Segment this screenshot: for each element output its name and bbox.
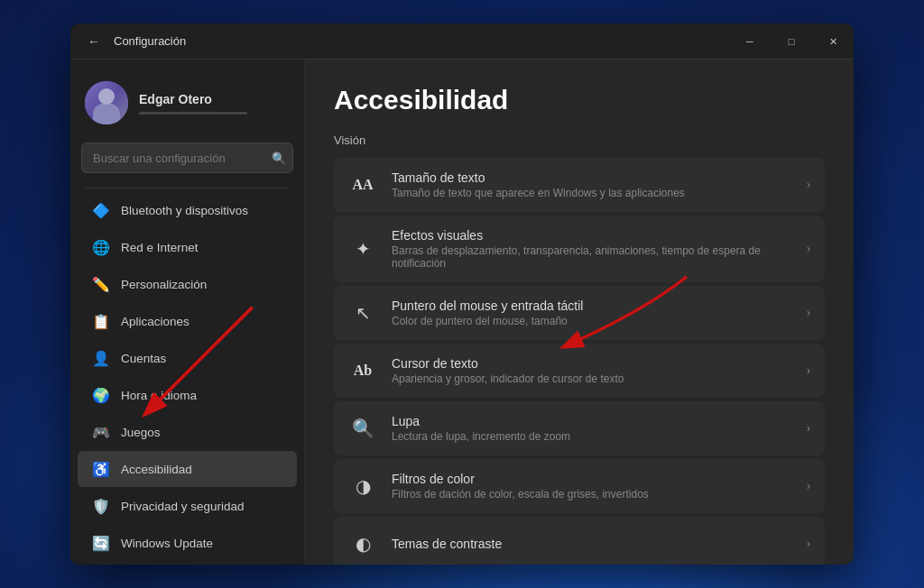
sidebar-item-accesibilidad[interactable]: ♿Accesibilidad <box>78 451 297 487</box>
search-box: 🔍 <box>81 142 293 173</box>
sidebar-item-cuentas[interactable]: 👤Cuentas <box>78 340 297 376</box>
search-icon: 🔍 <box>272 152 286 165</box>
red-icon: 🌐 <box>92 238 110 256</box>
user-bar-decoration <box>139 112 247 115</box>
settings-item-temas-contraste[interactable]: ◐Temas de contraste› <box>334 517 825 565</box>
accesibilidad-icon: ♿ <box>92 460 110 478</box>
sidebar-label-cuentas: Cuentas <box>121 352 166 365</box>
filtros-color-desc: Filtros de dación de color, escala de gr… <box>392 488 792 501</box>
temas-contraste-chevron: › <box>807 537 810 550</box>
sidebar-label-aplicaciones: Aplicaciones <box>121 315 189 328</box>
cuentas-icon: 👤 <box>92 349 110 367</box>
window-title: Configuración <box>114 34 186 48</box>
settings-item-puntero-mouse[interactable]: ↖Puntero del mouse y entrada táctilColor… <box>334 286 825 340</box>
cursor-texto-icon: Ab <box>348 356 377 385</box>
user-info: Edgar Otero <box>139 92 290 115</box>
hora-icon: 🌍 <box>92 386 110 404</box>
nav-items: 🔷Bluetooth y dispositivos🌐Red e Internet… <box>70 192 304 561</box>
lupa-chevron: › <box>807 422 810 435</box>
lupa-desc: Lectura de lupa, incremento de zoom <box>392 430 792 443</box>
aplicaciones-icon: 📋 <box>92 312 110 330</box>
close-button[interactable]: ✕ <box>812 23 854 60</box>
window-controls: ─ □ ✕ <box>729 23 854 60</box>
sidebar-separator <box>85 188 290 188</box>
tamano-texto-icon: AA <box>348 170 377 199</box>
windows-update-icon: 🔄 <box>92 534 110 552</box>
efectos-visuales-title: Efectos visuales <box>392 228 792 243</box>
maximize-button[interactable]: □ <box>771 23 812 60</box>
right-panel: Accesibilidad Visión AATamaño de textoTa… <box>305 60 854 565</box>
sidebar-label-personalizacion: Personalización <box>121 278 207 291</box>
efectos-visuales-icon: ✦ <box>348 234 377 263</box>
cursor-texto-desc: Apariencia y grosor, indicador de cursor… <box>392 372 792 385</box>
tamano-texto-desc: Tamaño de texto que aparece en Windows y… <box>392 187 792 199</box>
puntero-mouse-desc: Color de puntero del mouse, tamaño <box>392 315 792 327</box>
sidebar-item-privacidad[interactable]: 🛡️Privacidad y seguridad <box>78 488 297 524</box>
filtros-color-text: Filtros de colorFiltros de dación de col… <box>392 472 792 501</box>
efectos-visuales-chevron: › <box>807 243 810 255</box>
lupa-title: Lupa <box>392 414 792 428</box>
cursor-texto-chevron: › <box>807 364 810 377</box>
filtros-color-icon: ◑ <box>348 472 377 501</box>
tamano-texto-text: Tamaño de textoTamaño de texto que apare… <box>392 170 792 199</box>
sidebar-item-aplicaciones[interactable]: 📋Aplicaciones <box>78 303 297 339</box>
temas-contraste-icon: ◐ <box>348 529 377 558</box>
main-content: Edgar Otero 🔍 🔷Bluetooth y dispositivos🌐… <box>70 60 854 565</box>
sidebar-label-red: Red e Internet <box>121 241 199 254</box>
sidebar-label-accesibilidad: Accesibilidad <box>121 463 192 476</box>
privacidad-icon: 🛡️ <box>92 497 110 515</box>
puntero-mouse-text: Puntero del mouse y entrada táctilColor … <box>392 299 792 327</box>
search-input[interactable] <box>81 142 293 173</box>
sidebar-item-hora[interactable]: 🌍Hora e idioma <box>78 377 297 413</box>
sidebar-item-bluetooth[interactable]: 🔷Bluetooth y dispositivos <box>78 192 297 228</box>
sidebar: Edgar Otero 🔍 🔷Bluetooth y dispositivos🌐… <box>70 60 305 565</box>
filtros-color-title: Filtros de color <box>392 472 792 486</box>
sidebar-label-bluetooth: Bluetooth y dispositivos <box>121 204 248 217</box>
user-name: Edgar Otero <box>139 92 290 106</box>
lupa-text: LupaLectura de lupa, incremento de zoom <box>392 414 792 443</box>
efectos-visuales-text: Efectos visualesBarras de desplazamiento… <box>392 228 792 270</box>
cursor-texto-title: Cursor de texto <box>392 356 792 371</box>
avatar <box>85 81 128 124</box>
bluetooth-icon: 🔷 <box>92 201 110 219</box>
settings-item-filtros-color[interactable]: ◑Filtros de colorFiltros de dación de co… <box>334 459 825 513</box>
sidebar-label-juegos: Juegos <box>121 426 161 439</box>
sidebar-label-privacidad: Privacidad y seguridad <box>121 500 245 513</box>
settings-item-tamano-texto[interactable]: AATamaño de textoTamaño de texto que apa… <box>334 158 825 212</box>
sidebar-item-windows-update[interactable]: 🔄Windows Update <box>78 525 297 561</box>
settings-window: ← Configuración ─ □ ✕ Edgar Otero <box>70 23 854 565</box>
puntero-mouse-title: Puntero del mouse y entrada táctil <box>392 299 792 313</box>
personalizacion-icon: ✏️ <box>92 275 110 293</box>
puntero-mouse-chevron: › <box>807 307 810 319</box>
efectos-visuales-desc: Barras de desplazamiento, transparencia,… <box>392 244 792 270</box>
settings-item-efectos-visuales[interactable]: ✦Efectos visualesBarras de desplazamient… <box>334 216 825 282</box>
title-bar: ← Configuración ─ □ ✕ <box>70 23 854 60</box>
filtros-color-chevron: › <box>807 480 810 492</box>
back-button[interactable]: ← <box>81 29 106 54</box>
minimize-button[interactable]: ─ <box>729 23 771 60</box>
lupa-icon: 🔍 <box>348 414 377 443</box>
user-profile[interactable]: Edgar Otero <box>70 74 304 142</box>
sidebar-item-juegos[interactable]: 🎮Juegos <box>78 414 297 450</box>
temas-contraste-text: Temas de contraste <box>392 537 792 551</box>
tamano-texto-title: Tamaño de texto <box>392 170 792 185</box>
settings-item-cursor-texto[interactable]: AbCursor de textoApariencia y grosor, in… <box>334 344 825 398</box>
settings-item-lupa[interactable]: 🔍LupaLectura de lupa, incremento de zoom… <box>334 401 825 455</box>
page-title: Accesibilidad <box>334 85 825 115</box>
sidebar-label-windows-update: Windows Update <box>121 537 213 550</box>
sidebar-item-red[interactable]: 🌐Red e Internet <box>78 229 297 265</box>
temas-contraste-title: Temas de contraste <box>392 537 792 551</box>
cursor-texto-text: Cursor de textoApariencia y grosor, indi… <box>392 356 792 385</box>
settings-list: AATamaño de textoTamaño de texto que apa… <box>334 158 825 565</box>
sidebar-label-hora: Hora e idioma <box>121 389 197 402</box>
tamano-texto-chevron: › <box>807 179 810 191</box>
puntero-mouse-icon: ↖ <box>348 299 377 327</box>
sidebar-item-personalizacion[interactable]: ✏️Personalización <box>78 266 297 302</box>
juegos-icon: 🎮 <box>92 423 110 441</box>
vision-label: Visión <box>334 133 825 147</box>
